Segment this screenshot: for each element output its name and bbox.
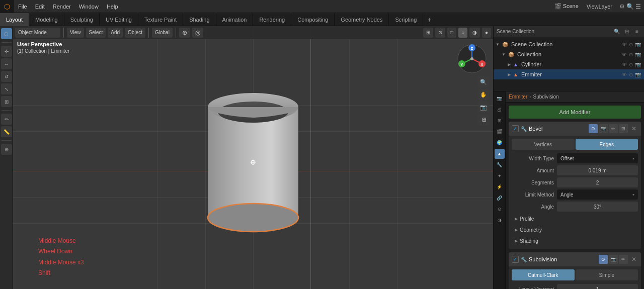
- subdivision-catmull-tab[interactable]: Catmull-Clark: [512, 269, 575, 280]
- subdivision-enabled-checkbox[interactable]: ✓: [512, 256, 519, 263]
- bevel-segments-value[interactable]: 2: [557, 177, 638, 187]
- bevel-width-type-value[interactable]: Offset ▾: [557, 153, 638, 163]
- shading-rendered-btn[interactable]: ●: [482, 28, 491, 38]
- prop-data-icon[interactable]: ⊙: [495, 204, 505, 214]
- scene-eye-icon[interactable]: 👁: [622, 42, 627, 47]
- menu-file[interactable]: File: [14, 0, 31, 13]
- coll-render-icon[interactable]: 📷: [635, 52, 641, 57]
- scene-select-icon[interactable]: ⊙: [629, 42, 633, 47]
- emit-select-icon[interactable]: ⊙: [629, 72, 633, 77]
- prop-world-icon[interactable]: 🌍: [495, 138, 505, 148]
- tab-shading[interactable]: Shading: [183, 13, 216, 26]
- prop-modifier-icon[interactable]: 🔧: [495, 160, 505, 170]
- shading-material-btn[interactable]: ◑: [469, 28, 480, 38]
- tab-modeling[interactable]: Modeling: [29, 13, 64, 26]
- subdivision-close-button[interactable]: ✕: [630, 255, 638, 263]
- prop-scene-icon[interactable]: 🎬: [495, 127, 505, 137]
- outliner-filter-icon[interactable]: ⊟: [623, 28, 631, 36]
- prop-physics-icon[interactable]: ⚡: [495, 182, 505, 192]
- outliner-emmiter[interactable]: ▶ ▲ Emmiter 👁 ⊙ 📷: [494, 69, 644, 79]
- cursor-tool[interactable]: ✛: [1, 46, 12, 57]
- menu-help[interactable]: Help: [103, 0, 122, 13]
- bevel-shading-section[interactable]: ▶ Shading: [512, 235, 638, 246]
- cyl-eye-icon[interactable]: 👁: [622, 62, 627, 67]
- measure-tool[interactable]: 📏: [1, 126, 12, 137]
- bevel-render-icon[interactable]: 📷: [599, 124, 608, 133]
- tab-geometry-nodes[interactable]: Geometry Nodes: [335, 13, 389, 26]
- axis-gizmo[interactable]: Z X Y: [457, 44, 487, 74]
- bevel-enabled-checkbox[interactable]: ✓: [512, 125, 519, 132]
- cyl-render-icon[interactable]: 📷: [635, 62, 641, 67]
- shading-wire-btn[interactable]: □: [447, 28, 456, 38]
- render-display-btn[interactable]: 🖥: [478, 114, 489, 125]
- menu-edit[interactable]: Edit: [31, 0, 49, 13]
- outliner-cylinder[interactable]: ▶ ▲ Cylinder 👁 ⊙ 📷: [494, 59, 644, 69]
- coll-eye-icon[interactable]: 👁: [622, 52, 627, 57]
- object-menu[interactable]: Object: [125, 28, 145, 38]
- tab-scripting[interactable]: Scripting: [389, 13, 423, 26]
- add-modifier-button[interactable]: Add Modifier: [509, 106, 641, 119]
- tab-rendering[interactable]: Rendering: [253, 13, 291, 26]
- subdivision-realtime-icon[interactable]: ⊙: [599, 255, 608, 264]
- scene-render-icon[interactable]: 📷: [635, 42, 641, 47]
- emit-render-icon[interactable]: 📷: [635, 72, 641, 77]
- camera-btn[interactable]: 📷: [478, 102, 489, 113]
- shading-solid-btn[interactable]: ○: [458, 28, 467, 38]
- filter-icon[interactable]: ☰: [635, 3, 641, 10]
- bevel-geometry-section[interactable]: ▶ Geometry: [512, 224, 638, 235]
- emit-eye-icon[interactable]: 👁: [622, 72, 627, 77]
- add-menu[interactable]: Add: [108, 28, 123, 38]
- bevel-realtime-icon[interactable]: ⊙: [589, 124, 598, 133]
- view-menu[interactable]: View: [67, 28, 84, 38]
- prop-particles-icon[interactable]: ✦: [495, 171, 505, 181]
- outliner-scene-collection[interactable]: ▼ 📦 Scene Collection 👁 ⊙ 📷: [494, 39, 644, 49]
- tab-uv-editing[interactable]: UV Editing: [100, 13, 138, 26]
- bevel-edit-icon[interactable]: ✏: [609, 124, 618, 133]
- tab-layout[interactable]: Layout: [0, 13, 29, 26]
- bevel-cage-icon[interactable]: ⊞: [619, 124, 628, 133]
- gizmo-btn[interactable]: ⊙: [435, 28, 445, 38]
- bevel-angle-value[interactable]: 30°: [557, 202, 638, 212]
- snap-icon-btn[interactable]: ⊕: [179, 28, 190, 38]
- settings-icon[interactable]: ⚙: [619, 3, 625, 10]
- bevel-profile-section[interactable]: ▶ Profile: [512, 213, 638, 224]
- bevel-vertices-tab[interactable]: Vertices: [512, 139, 575, 150]
- bevel-amount-value[interactable]: 0.019 m: [557, 165, 638, 175]
- subdivision-render-icon[interactable]: 📷: [609, 255, 618, 264]
- outliner-search-icon[interactable]: 🔍: [613, 28, 621, 36]
- subdivision-levels-value[interactable]: 1: [557, 284, 638, 289]
- select-menu[interactable]: Select: [86, 28, 106, 38]
- move-tool[interactable]: ↔: [1, 58, 12, 69]
- prop-object-icon[interactable]: ▲: [495, 149, 505, 159]
- prop-material-icon[interactable]: ◑: [495, 215, 505, 225]
- bevel-edges-tab[interactable]: Edges: [576, 139, 638, 150]
- tab-texture-paint[interactable]: Texture Paint: [138, 13, 183, 26]
- transform-orientation[interactable]: Global: [152, 28, 173, 38]
- object-mode-selector[interactable]: Object Mode: [15, 28, 60, 38]
- subdivision-edit-icon[interactable]: ✏: [619, 255, 628, 264]
- rotate-tool[interactable]: ↺: [1, 71, 12, 82]
- zoom-in-btn[interactable]: 🔍: [478, 76, 489, 87]
- prop-constraints-icon[interactable]: 🔗: [495, 193, 505, 203]
- outliner-settings-icon[interactable]: ≡: [633, 28, 641, 36]
- menu-window[interactable]: Window: [75, 0, 103, 13]
- prop-output-icon[interactable]: 🖨: [495, 105, 505, 115]
- bevel-limit-method-value[interactable]: Angle ▾: [557, 189, 638, 200]
- view-layer-selector[interactable]: ViewLayer: [583, 0, 616, 13]
- viewport-3d[interactable]: Object Mode View Select Add Object Globa…: [13, 26, 493, 289]
- add-workspace-button[interactable]: +: [423, 13, 435, 26]
- transform-tool[interactable]: ⊞: [1, 96, 12, 107]
- annotate-tool[interactable]: ✏: [1, 114, 12, 125]
- prop-view-layer-icon[interactable]: ⊞: [495, 116, 505, 126]
- scale-tool[interactable]: ⤡: [1, 83, 12, 94]
- prop-render-icon[interactable]: 📷: [495, 93, 505, 104]
- tab-sculpting[interactable]: Sculpting: [64, 13, 100, 26]
- outliner-collection[interactable]: ▼ 📦 Collection 👁 ⊙ 📷: [494, 49, 644, 59]
- menu-render[interactable]: Render: [49, 0, 75, 13]
- subdivision-simple-tab[interactable]: Simple: [576, 269, 638, 280]
- coll-select-icon[interactable]: ⊙: [629, 52, 633, 57]
- add-tool[interactable]: ⊕: [1, 144, 12, 155]
- tab-compositing[interactable]: Compositing: [291, 13, 335, 26]
- proportional-edit-btn[interactable]: ◎: [192, 28, 203, 38]
- bevel-close-button[interactable]: ✕: [630, 125, 638, 133]
